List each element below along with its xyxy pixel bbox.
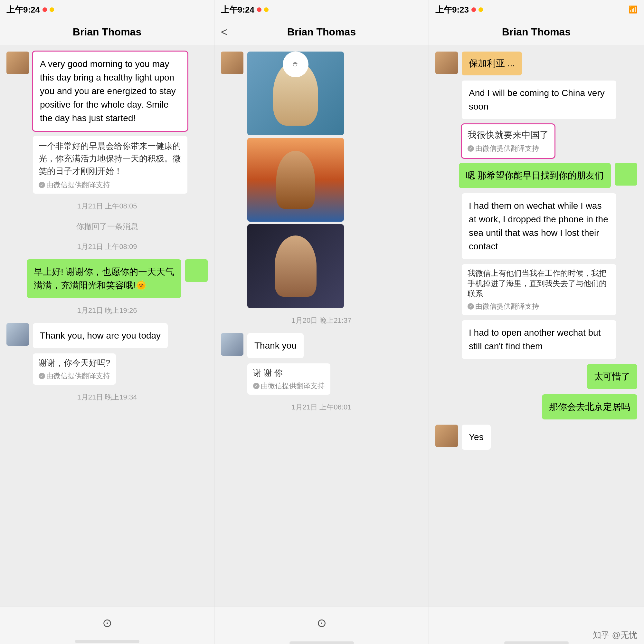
msg-row-2: Thank you, how are you today <box>6 323 208 348</box>
person-silhouette-3 <box>275 235 317 297</box>
home-area-1 <box>0 639 214 644</box>
chat-area-1[interactable]: A very good morning to you may this day … <box>0 45 214 607</box>
msg-row-top: 保加利亚 ... <box>435 52 637 75</box>
dot-yellow-1 <box>50 7 54 12</box>
time-2: 上午9:24 <box>221 4 254 15</box>
bubble-friends-text: 嗯 那希望你能早日找到你的朋友们 <box>466 170 604 180</box>
avatar-ty <box>221 333 243 356</box>
contact-name-1: Brian Thomas <box>73 26 141 38</box>
timestamp-3: 1月21日 晚上19:26 <box>6 306 208 315</box>
trans-bubble-1: 一个非常好的早晨会给你带来一健康的光，你充满活力地保持一天的积极。微笑的日子才刚… <box>33 136 187 194</box>
msg-row-2-trans: 谢谢，你今天好吗? ✓ 由微信提供翻译支持 <box>6 354 208 385</box>
msg-row-pity: 太可惜了 <box>435 364 637 389</box>
trans-icon-1: ✓ <box>39 182 45 188</box>
bubble-pity-text: 太可惜了 <box>594 372 630 382</box>
photos-row: ⛑ <box>221 52 422 308</box>
trans-icon-dropped: ✓ <box>468 303 474 309</box>
chat-area-3[interactable]: 保加利亚 ... And I will be coming to China v… <box>429 45 644 607</box>
panel3: 上午9:23 📶 Brian Thomas 保加利亚 ... And I wil… <box>429 0 644 644</box>
bubble-top: 保加利亚 ... <box>462 52 522 75</box>
hat-label: ⛑ <box>293 61 298 68</box>
watermark: 知乎 @无忧 <box>593 630 637 641</box>
photo-3[interactable] <box>247 224 344 308</box>
trans-text-ty: 谢 谢 你 <box>253 367 325 379</box>
bubble-sent-1: 早上好! 谢谢你，也愿你的一天天气满满，充满阳光和笑容哦!🌞 <box>27 259 181 298</box>
contact-name-3: Brian Thomas <box>502 26 571 38</box>
translation-label-1: ✓ 由微信提供翻译支持 <box>39 180 182 190</box>
bottom-icon-2: ⊙ <box>317 616 327 630</box>
bubble-1-text: A very good morning to you may this day … <box>40 59 176 123</box>
chat-area-2[interactable]: ⛑ 1月20日 晚上21:37 Thank you <box>214 45 429 607</box>
photo-1[interactable]: ⛑ <box>247 52 344 135</box>
panel2: 上午9:24 < Brian Thomas ⛑ <box>214 0 429 644</box>
timestamp-4: 1月21日 晚上19:34 <box>6 393 208 402</box>
trans-text-1: 一个非常好的早晨会给你带来一健康的光，你充满活力地保持一天的积极。微笑的日子才刚… <box>39 140 182 177</box>
avatar-1 <box>6 52 29 74</box>
timestamp-2: 1月21日 上午08:09 <box>6 242 208 251</box>
bottom-bar-1: ⊙ <box>0 607 214 639</box>
bubble-1: A very good morning to you may this day … <box>33 52 187 131</box>
person-silhouette-1: ⛑ <box>273 61 318 126</box>
bubble-2: Thank you, how are you today <box>33 323 168 348</box>
trans-bubble-dropped: 我微信上有他们当我在工作的时候，我把手机掉进了海里，直到我失去了与他们的联系 ✓… <box>462 264 616 315</box>
bubble-beijing-text: 那你会去北京定居吗 <box>549 402 630 412</box>
msg-row-china: And I will be coming to China very soon <box>435 80 637 119</box>
timestamp-photos: 1月20日 晚上21:37 <box>221 316 422 326</box>
bubble-another: I had to open another wechat but still c… <box>462 320 616 359</box>
nav-bar-2: < Brian Thomas <box>214 19 429 45</box>
translation-label-2: ✓ 由微信提供翻译支持 <box>39 371 110 381</box>
dot-red-3 <box>471 7 476 12</box>
msg-row-dropped-trans: 我微信上有他们当我在工作的时候，我把手机掉进了海里，直到我失去了与他们的联系 ✓… <box>435 264 637 315</box>
translation-label-china: ✓ 由微信提供翻译支持 <box>468 144 549 153</box>
signal-icon: 📶 <box>629 5 637 14</box>
trans-icon-ty: ✓ <box>253 383 260 389</box>
trans-bubble-ty: 谢 谢 你 ✓ 由微信提供翻译支持 <box>247 364 330 395</box>
status-time-area-2: 上午9:24 <box>221 4 269 15</box>
contact-name-2: Brian Thomas <box>287 26 356 38</box>
system-msg-1: 你撤回了一条消息 <box>6 221 208 232</box>
avatar-photos <box>221 52 243 74</box>
dot-yellow-3 <box>478 7 483 12</box>
bubble-yes-text: Yes <box>469 432 484 442</box>
signal-area: 📶 <box>629 5 637 14</box>
bubble-another-text: I had to open another wechat but still c… <box>469 328 601 351</box>
avatar-2 <box>6 323 29 346</box>
home-area-2 <box>214 639 429 644</box>
panel1: 上午9:24 Brian Thomas A very good morning … <box>0 0 214 644</box>
bubble-top-text: 保加利亚 ... <box>469 58 515 68</box>
nav-bar-3: Brian Thomas <box>429 19 644 45</box>
back-button-2[interactable]: < <box>221 25 228 39</box>
timestamp-panel2: 1月21日 上午06:01 <box>221 403 422 412</box>
trans-text-dropped: 我微信上有他们当我在工作的时候，我把手机掉进了海里，直到我失去了与他们的联系 <box>468 268 611 299</box>
photo-2[interactable] <box>247 138 344 222</box>
bubble-china: And I will be coming to China very soon <box>462 80 616 119</box>
avatar-mine-1 <box>185 259 208 282</box>
msg-row-china-trans: 我很快就要来中国了 ✓ 由微信提供翻译支持 <box>435 124 637 158</box>
msg-row-sent-1: 早上好! 谢谢你，也愿你的一天天气满满，充满阳光和笑容哦!🌞 <box>6 259 208 298</box>
bubble-china-text: And I will be coming to China very soon <box>469 88 605 111</box>
trans-icon-2: ✓ <box>39 373 45 379</box>
avatar-top <box>435 52 458 74</box>
home-indicator-2 <box>289 641 354 644</box>
bubble-yes: Yes <box>462 425 491 450</box>
bubble-ty: Thank you <box>247 333 304 358</box>
bubble-sent-1-text: 早上好! 谢谢你，也愿你的一天天气满满，充满阳光和笑容哦!🌞 <box>34 267 174 290</box>
dot-yellow-2 <box>264 7 269 12</box>
msg-row-yes: Yes <box>435 425 637 450</box>
msg-row-dropped: I had them on wechat while I was at work… <box>435 193 637 259</box>
msg-row-beijing: 那你会去北京定居吗 <box>435 394 637 420</box>
dot-red-2 <box>257 7 261 12</box>
bottom-icon-1: ⊙ <box>102 616 112 630</box>
avatar-yes <box>435 425 458 447</box>
time-1: 上午9:24 <box>6 4 40 15</box>
trans-icon-china: ✓ <box>468 145 474 152</box>
bubble-dropped-text: I had them on wechat while I was at work… <box>469 201 608 251</box>
bubble-friends: 嗯 那希望你能早日找到你的朋友们 <box>459 163 611 188</box>
home-indicator-1 <box>75 640 139 643</box>
home-indicator-3 <box>504 641 569 644</box>
msg-row-ty: Thank you <box>221 333 422 358</box>
bubble-2-text: Thank you, how are you today <box>40 331 161 341</box>
msg-row-another: I had to open another wechat but still c… <box>435 320 637 359</box>
msg-row-ty-trans: 谢 谢 你 ✓ 由微信提供翻译支持 <box>221 364 422 395</box>
trans-text-2: 谢谢，你今天好吗? <box>39 357 110 369</box>
